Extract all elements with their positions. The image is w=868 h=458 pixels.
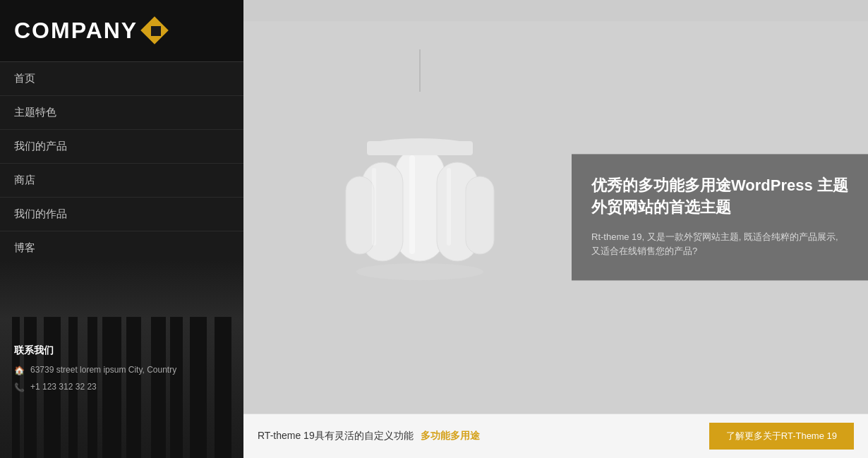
learn-more-button[interactable]: 了解更多关于RT-Theme 19 — [709, 423, 854, 450]
nav-link-features[interactable]: 主题特色 — [0, 96, 243, 130]
bottom-bar: RT-theme 19具有灵活的自定义功能 多功能多用途 了解更多关于RT-Th… — [243, 414, 868, 458]
top-bar — [243, 0, 868, 21]
svg-rect-8 — [409, 155, 415, 254]
nav-link-contact[interactable]: 联系我们 — [0, 265, 243, 299]
nav-item-shop[interactable]: 商店 — [0, 164, 243, 198]
svg-rect-7 — [367, 141, 473, 155]
address-text: 63739 street lorem ipsum City, Country — [30, 364, 176, 376]
contact-address: 🏠 63739 street lorem ipsum City, Country — [14, 364, 229, 377]
nav-item-blog[interactable]: 博客 — [0, 231, 243, 265]
sidebar: COMPANY 首页 主题特色 我们的产品 商店 我们的作品 — [0, 0, 243, 458]
login-button[interactable] — [0, 300, 81, 332]
hero-description: Rt-theme 19, 又是一款外贸网站主题, 既适合纯粹的产品展示, 又适合… — [591, 230, 848, 260]
bottom-bar-highlight: 多功能多用途 — [421, 430, 480, 442]
lamp-cord — [419, 49, 421, 92]
nav-link-portfolio[interactable]: 我们的作品 — [0, 198, 243, 231]
nav-item-features[interactable]: 主题特色 — [0, 96, 243, 130]
nav-link-blog[interactable]: 博客 — [0, 231, 243, 265]
login-icon — [34, 310, 47, 323]
search-icon — [197, 310, 210, 323]
contact-phone: 📞 +1 123 312 32 23 — [14, 381, 229, 394]
main-nav: 首页 主题特色 我们的产品 商店 我们的作品 博客 联系我们 — [0, 62, 243, 299]
nav-link-shop[interactable]: 商店 — [0, 164, 243, 198]
nav-item-contact[interactable]: 联系我们 — [0, 265, 243, 299]
cart-button[interactable] — [81, 300, 162, 332]
main-content: 优秀的多功能多用途WordPress 主题外贸网站的首选主题 Rt-theme … — [243, 0, 868, 458]
nav-item-portfolio[interactable]: 我们的作品 — [0, 198, 243, 231]
search-button[interactable] — [163, 300, 243, 332]
cart-icon — [115, 310, 128, 323]
home-icon: 🏠 — [14, 365, 25, 377]
sidebar-utility-icons — [0, 299, 243, 333]
lamp-illustration — [335, 49, 505, 346]
nav-link-home[interactable]: 首页 — [0, 62, 243, 96]
nav-item-products[interactable]: 我们的产品 — [0, 130, 243, 164]
bottom-bar-text: RT-theme 19具有灵活的自定义功能 — [258, 430, 414, 442]
logo: COMPANY — [14, 18, 229, 44]
hero-text-box: 优秀的多功能多用途WordPress 主题外贸网站的首选主题 Rt-theme … — [572, 154, 868, 280]
logo-area: COMPANY — [0, 0, 243, 62]
phone-text: +1 123 312 32 23 — [30, 381, 97, 393]
svg-rect-10 — [447, 168, 451, 246]
svg-rect-9 — [372, 168, 376, 246]
svg-rect-4 — [346, 176, 374, 254]
logo-diamond-inner-icon — [151, 26, 161, 36]
contact-title: 联系我们 — [14, 344, 229, 357]
hero-section: 优秀的多功能多用途WordPress 主题外贸网站的首选主题 Rt-theme … — [243, 21, 868, 414]
lamp-svg — [342, 92, 498, 289]
contact-section: 联系我们 🏠 63739 street lorem ipsum City, Co… — [0, 333, 243, 409]
logo-label: COMPANY — [14, 18, 138, 44]
hero-title: 优秀的多功能多用途WordPress 主题外贸网站的首选主题 — [591, 175, 848, 219]
nav-item-home[interactable]: 首页 — [0, 62, 243, 96]
phone-icon: 📞 — [14, 382, 25, 394]
svg-rect-5 — [466, 176, 494, 254]
svg-point-0 — [356, 263, 483, 280]
nav-link-products[interactable]: 我们的产品 — [0, 130, 243, 164]
